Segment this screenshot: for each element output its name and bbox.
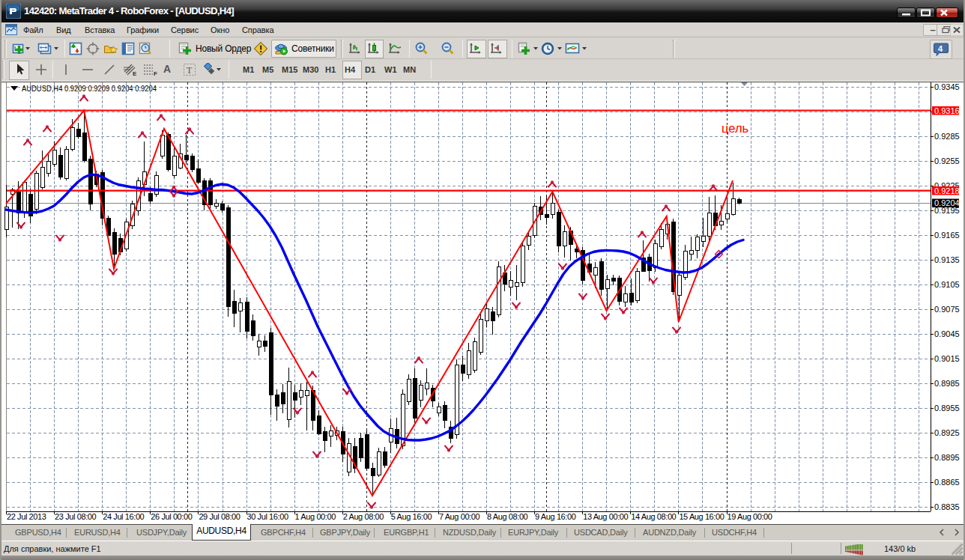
svg-text:0.9285: 0.9285 <box>934 132 960 141</box>
svg-text:0.9165: 0.9165 <box>934 231 960 240</box>
svg-text:AUDUSD,H4 0.9209 0.9209 0.920: AUDUSD,H4 0.9209 0.9209 0.9204 0.9204 <box>22 84 157 93</box>
svg-text:0.8865: 0.8865 <box>934 478 960 487</box>
svg-text:15 Aug 16:00: 15 Aug 16:00 <box>679 512 724 521</box>
svg-text:14 Aug 08:00: 14 Aug 08:00 <box>631 512 676 521</box>
svg-text:0.9075: 0.9075 <box>934 305 960 314</box>
svg-text:0.9218: 0.9218 <box>934 186 960 195</box>
svg-text:0.9105: 0.9105 <box>934 280 960 289</box>
svg-text:22 Jul 2013: 22 Jul 2013 <box>7 512 46 521</box>
svg-text:4: 4 <box>938 44 943 53</box>
svg-text:7 Aug 00:00: 7 Aug 00:00 <box>439 512 480 521</box>
svg-text:24 Jul 16:00: 24 Jul 16:00 <box>103 512 144 521</box>
svg-text:0.9316: 0.9316 <box>934 106 960 115</box>
svg-text:F: F <box>154 70 157 76</box>
svg-text:5 Aug 16:00: 5 Aug 16:00 <box>391 512 432 521</box>
svg-text:T: T <box>187 65 193 76</box>
svg-text:26 Jul 00:00: 26 Jul 00:00 <box>151 512 192 521</box>
svg-text:13 Aug 00:00: 13 Aug 00:00 <box>583 512 628 521</box>
svg-text:0.9015: 0.9015 <box>934 354 960 363</box>
svg-text:0.8895: 0.8895 <box>934 453 960 462</box>
svg-text:0.9204: 0.9204 <box>934 198 960 207</box>
svg-text:0.8925: 0.8925 <box>934 428 960 437</box>
svg-text:29 Jul 08:00: 29 Jul 08:00 <box>199 512 240 521</box>
svg-text:0.9135: 0.9135 <box>934 255 960 264</box>
svg-text:2 Aug 08:00: 2 Aug 08:00 <box>343 512 384 521</box>
svg-text:30 Jul 16:00: 30 Jul 16:00 <box>247 512 288 521</box>
svg-text:23 Jul 08:00: 23 Jul 08:00 <box>55 512 96 521</box>
svg-text:0.9255: 0.9255 <box>934 156 960 165</box>
svg-text:E: E <box>133 70 137 76</box>
svg-text:19 Aug 00:00: 19 Aug 00:00 <box>727 512 772 521</box>
svg-text:1 Aug 00:00: 1 Aug 00:00 <box>295 512 336 521</box>
svg-text:0.8985: 0.8985 <box>934 379 960 388</box>
svg-text:0.8955: 0.8955 <box>934 404 960 413</box>
svg-text:8 Aug 08:00: 8 Aug 08:00 <box>487 512 528 521</box>
svg-text:цель: цель <box>722 121 748 135</box>
svg-text:0.8835: 0.8835 <box>934 502 960 511</box>
svg-text:9 Aug 16:00: 9 Aug 16:00 <box>535 512 576 521</box>
svg-text:0.9045: 0.9045 <box>934 329 960 338</box>
svg-text:0.9345: 0.9345 <box>934 82 960 91</box>
